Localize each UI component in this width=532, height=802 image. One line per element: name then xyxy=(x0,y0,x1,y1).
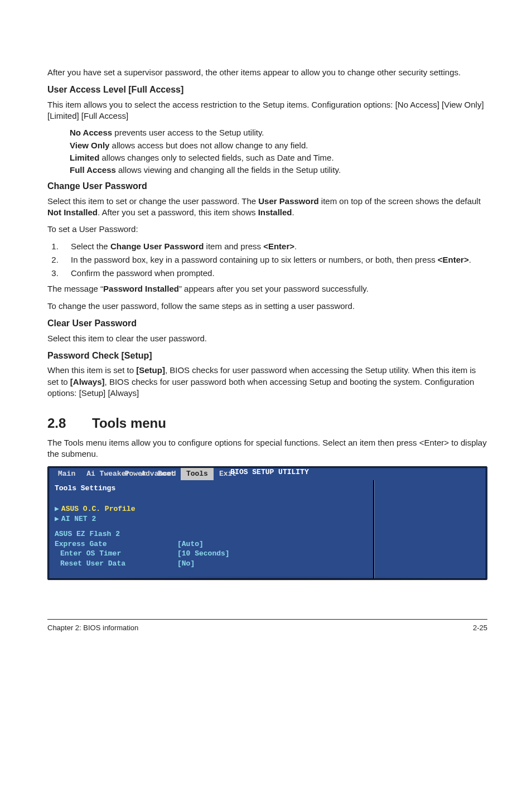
footer-left: Chapter 2: BIOS information xyxy=(47,623,138,633)
bios-item-reset-value: [No] xyxy=(177,559,195,569)
cup-s2c: . xyxy=(469,255,471,264)
bios-window: Main Ai Tweaker Advanced BIOS SETUP UTIL… xyxy=(47,466,487,580)
tools-secno: 2.8 xyxy=(47,414,92,432)
bios-tab-power[interactable]: Power xyxy=(119,468,152,480)
bios-item-oc[interactable]: ▶ASUS O.C. Profile xyxy=(55,504,367,514)
cup-step-2: In the password box, key in a password c… xyxy=(61,254,487,265)
cup-p1: Select this item to set or change the us… xyxy=(47,196,487,219)
cup-p3c: ” appears after you set your password su… xyxy=(179,284,369,293)
cup-p4: To change the user password, follow the … xyxy=(47,301,487,312)
cup-p1d: Not Installed xyxy=(47,207,98,217)
ual-fullaccess-t: allows viewing and changing all the fiel… xyxy=(116,165,341,175)
cup-s2b: <Enter> xyxy=(438,255,469,264)
cup-p3a: The message “ xyxy=(47,284,103,293)
tools-desc: The Tools menu items allow you to config… xyxy=(47,437,487,460)
pwc-e: , BIOS checks for user password both whe… xyxy=(47,377,474,398)
ual-heading: User Access Level [Full Access] xyxy=(47,84,487,96)
bios-title: BIOS SETUP UTILITY xyxy=(230,467,308,477)
bios-item-ezflash[interactable]: ASUS EZ Flash 2 xyxy=(55,529,367,539)
cup-p1f: Installed xyxy=(258,207,292,217)
bios-body: Tools Settings ▶ASUS O.C. Profile ▶AI NE… xyxy=(49,480,486,579)
ual-noaccess-b: No Access xyxy=(70,128,112,137)
tools-section-heading: 2.8Tools menu xyxy=(47,414,487,432)
ual-viewonly-t: allows access but does not allow change … xyxy=(109,141,308,150)
bios-tabbar: Main Ai Tweaker Advanced BIOS SETUP UTIL… xyxy=(49,468,486,480)
cup-p1g: . xyxy=(292,207,294,217)
pwc-d: [Always] xyxy=(70,377,105,386)
bios-body-heading: Tools Settings xyxy=(55,484,367,494)
clr-desc: Select this item to clear the user passw… xyxy=(47,333,487,344)
ual-limited-b: Limited xyxy=(70,153,99,162)
footer-rule xyxy=(47,619,487,620)
cup-steps: Select the Change User Password item and… xyxy=(61,241,487,279)
intro-text: After you have set a supervisor password… xyxy=(47,67,487,78)
bios-left-pane: Tools Settings ▶ASUS O.C. Profile ▶AI NE… xyxy=(49,480,374,579)
bios-item-ainet-label: AI NET 2 xyxy=(61,515,96,523)
ual-limited-t: allows changes only to selected fields, … xyxy=(99,153,333,162)
bios-item-reset-label: Reset User Data xyxy=(55,559,177,569)
bios-item-enteros[interactable]: Enter OS Timer[10 Seconds] xyxy=(55,549,367,559)
ual-options: No Access prevents user access to the Se… xyxy=(70,127,487,176)
cup-s1e: . xyxy=(294,241,297,251)
bios-item-express-label: Express Gate xyxy=(55,539,177,549)
bios-tab-tools[interactable]: Tools xyxy=(181,468,214,480)
cup-s1c: item and press xyxy=(204,241,263,251)
bios-item-enteros-label: Enter OS Timer xyxy=(55,549,177,559)
ual-noaccess: No Access prevents user access to the Se… xyxy=(70,127,487,138)
pwc-desc: When this item is set to [Setup], BIOS c… xyxy=(47,365,487,399)
ual-fullaccess-b: Full Access xyxy=(70,165,116,175)
cup-s1b: Change User Password xyxy=(110,241,204,251)
bios-item-enteros-value: [10 Seconds] xyxy=(177,549,230,559)
pwc-b: [Setup] xyxy=(136,365,165,375)
ual-viewonly: View Only allows access but does not all… xyxy=(70,140,487,151)
cup-s1d: <Enter> xyxy=(263,241,294,251)
bios-tab-main[interactable]: Main xyxy=(52,468,81,480)
cup-s1a: Select the xyxy=(71,241,110,251)
cup-p1c: item on top of the screen shows the defa… xyxy=(319,196,481,206)
triangle-icon: ▶ xyxy=(55,515,59,523)
cup-s2a: In the password box, key in a password c… xyxy=(71,255,438,264)
triangle-icon: ▶ xyxy=(55,505,59,513)
bios-item-oc-label: ASUS O.C. Profile xyxy=(61,505,136,513)
cup-p3b: Password Installed xyxy=(103,284,179,293)
bios-item-express[interactable]: Express Gate[Auto] xyxy=(55,539,367,549)
cup-p1b: User Password xyxy=(258,196,318,206)
cup-p2: To set a User Password: xyxy=(47,224,487,235)
pwc-a: When this item is set to xyxy=(47,365,136,375)
ual-fullaccess: Full Access allows viewing and changing … xyxy=(70,165,487,176)
cup-p3: The message “Password Installed” appears… xyxy=(47,283,487,294)
bios-right-pane xyxy=(374,480,486,579)
cup-step-1: Select the Change User Password item and… xyxy=(61,241,487,252)
cup-p1e: . After you set a password, this item sh… xyxy=(98,207,258,217)
cup-step-3: Confirm the password when prompted. xyxy=(61,268,487,279)
bios-tab-boot[interactable]: Boot xyxy=(152,468,181,480)
pwc-heading: Password Check [Setup] xyxy=(47,350,487,362)
ual-limited: Limited allows changes only to selected … xyxy=(70,152,487,163)
ual-noaccess-t: prevents user access to the Setup utilit… xyxy=(112,128,264,137)
clr-heading: Clear User Password xyxy=(47,317,487,330)
bios-item-express-value: [Auto] xyxy=(177,539,204,549)
footer-right: 2-25 xyxy=(473,623,487,633)
bios-item-ainet[interactable]: ▶AI NET 2 xyxy=(55,514,367,524)
ual-desc: This item allows you to select the acces… xyxy=(47,99,487,122)
ual-viewonly-b: View Only xyxy=(70,141,109,150)
bios-item-reset[interactable]: Reset User Data[No] xyxy=(55,559,367,569)
tools-title: Tools menu xyxy=(92,416,166,431)
cup-p1a: Select this item to set or change the us… xyxy=(47,196,258,206)
cup-heading: Change User Password xyxy=(47,180,487,192)
page-footer: Chapter 2: BIOS information 2-25 xyxy=(47,623,487,633)
